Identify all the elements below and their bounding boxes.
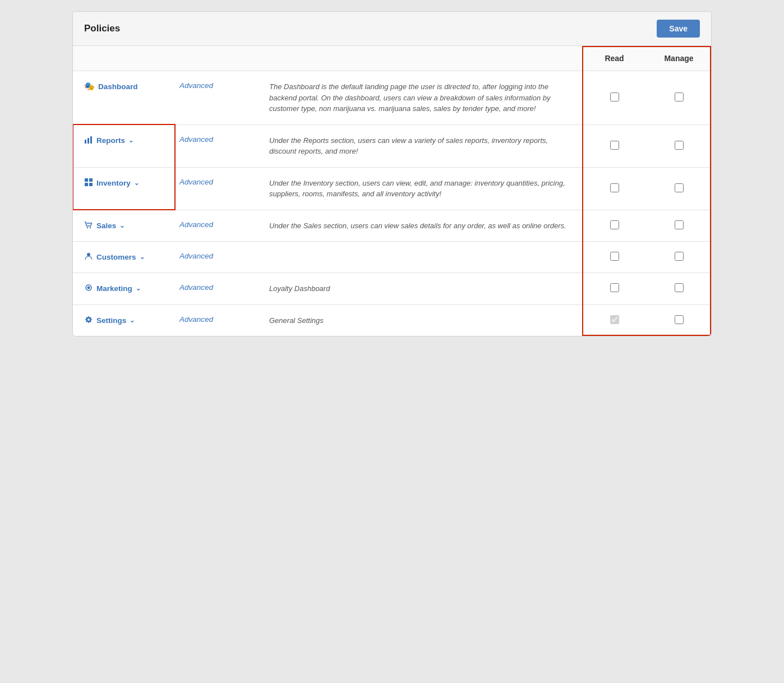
svg-point-9 [87,253,90,256]
svg-rect-0 [85,140,86,144]
marketing-read-checkbox[interactable] [610,283,619,292]
marketing-chevron-icon[interactable]: ⌄ [136,285,141,292]
table-row: Customers⌄Advanced [73,242,711,273]
col-header-name [73,46,174,71]
row-name-sales[interactable]: Sales⌄ [73,210,174,242]
customers-icon [84,252,93,262]
marketing-label: Marketing [96,284,132,293]
dashboard-read-checkbox[interactable] [610,93,619,101]
dashboard-advanced[interactable]: Advanced [174,71,264,125]
inventory-chevron-icon[interactable]: ⌄ [134,179,139,187]
row-name-dashboard[interactable]: 🎭Dashboard [73,71,174,125]
svg-rect-3 [85,178,88,182]
dashboard-icon: 🎭 [84,81,95,91]
inventory-read-cell [582,167,647,210]
inventory-advanced[interactable]: Advanced [174,167,264,210]
reports-manage-checkbox[interactable] [675,141,684,150]
table-row: Reports⌄AdvancedUnder the Reports sectio… [73,124,711,167]
sales-description: Under the Sales section, users can view … [264,210,582,242]
sales-advanced[interactable]: Advanced [174,210,264,242]
col-header-manage: Manage [647,46,711,71]
customers-manage-checkbox[interactable] [675,252,684,261]
table-header-row: Read Manage [73,46,711,71]
customers-advanced[interactable]: Advanced [174,242,264,273]
col-header-desc [264,46,582,71]
customers-read-cell [582,242,647,273]
settings-icon [84,315,93,326]
panel-title: Policies [84,23,120,34]
settings-description: General Settings [264,304,582,336]
dashboard-read-cell [582,71,647,125]
customers-label: Customers [96,253,136,261]
panel-header: Policies Save [73,12,711,46]
svg-rect-6 [89,183,93,186]
reports-manage-cell [647,124,711,167]
inventory-manage-cell [647,167,711,210]
svg-rect-1 [87,138,89,144]
reports-read-checkbox[interactable] [610,141,619,150]
settings-manage-checkbox[interactable] [675,315,684,324]
reports-label: Reports [96,136,125,145]
row-name-customers[interactable]: Customers⌄ [73,242,174,273]
settings-read-checkbox[interactable] [610,315,619,324]
inventory-label: Inventory [96,179,131,187]
svg-point-11 [87,287,90,289]
table-row: Settings⌄AdvancedGeneral Settings [73,304,711,336]
settings-advanced[interactable]: Advanced [174,304,264,336]
inventory-description: Under the Inventory section, users can v… [264,167,582,210]
sales-read-cell [582,210,647,242]
table-row: Inventory⌄AdvancedUnder the Inventory se… [73,167,711,210]
col-header-advanced [174,46,264,71]
reports-description: Under the Reports section, users can vie… [264,124,582,167]
table-row: 🎭DashboardAdvancedThe Dashboard is the d… [73,71,711,125]
dashboard-label: Dashboard [98,82,138,91]
sales-label: Sales [96,221,116,230]
customers-chevron-icon[interactable]: ⌄ [140,253,145,261]
reports-advanced[interactable]: Advanced [174,124,264,167]
table-row: Sales⌄AdvancedUnder the Sales section, u… [73,210,711,242]
settings-chevron-icon[interactable]: ⌄ [130,317,135,324]
svg-rect-5 [85,183,88,186]
reports-read-cell [582,124,647,167]
sales-manage-cell [647,210,711,242]
dashboard-manage-cell [647,71,711,125]
row-name-marketing[interactable]: Marketing⌄ [73,273,174,305]
svg-rect-4 [89,178,93,182]
permissions-table-wrapper: Read Manage 🎭DashboardAdvancedThe Dashbo… [73,46,711,336]
inventory-manage-checkbox[interactable] [675,183,684,192]
marketing-manage-checkbox[interactable] [675,283,684,292]
row-name-inventory[interactable]: Inventory⌄ [73,167,174,210]
save-button[interactable]: Save [657,20,700,38]
marketing-description: Loyalty Dashboard [264,273,582,305]
customers-read-checkbox[interactable] [610,252,619,261]
settings-read-cell [582,304,647,336]
sales-read-checkbox[interactable] [610,220,619,229]
permissions-table: Read Manage 🎭DashboardAdvancedThe Dashbo… [73,46,711,336]
marketing-manage-cell [647,273,711,305]
customers-description [264,242,582,273]
marketing-advanced[interactable]: Advanced [174,273,264,305]
sales-manage-checkbox[interactable] [675,220,684,229]
marketing-read-cell [582,273,647,305]
row-name-reports[interactable]: Reports⌄ [73,124,174,167]
sales-icon [84,220,93,231]
inventory-icon [84,178,93,188]
inventory-read-checkbox[interactable] [610,183,619,192]
marketing-icon [84,283,93,294]
reports-icon [84,135,93,146]
customers-manage-cell [647,242,711,273]
dashboard-description: The Dashboard is the default landing pag… [264,71,582,125]
settings-manage-cell [647,304,711,336]
reports-chevron-icon[interactable]: ⌄ [128,137,133,144]
col-header-read: Read [582,46,647,71]
table-row: Marketing⌄AdvancedLoyalty Dashboard [73,273,711,305]
sales-chevron-icon[interactable]: ⌄ [119,222,124,229]
row-name-settings[interactable]: Settings⌄ [73,304,174,336]
policies-panel: Policies Save Read Manage 🎭DashboardAdva… [72,11,712,336]
svg-rect-2 [90,136,92,144]
svg-point-7 [87,227,88,228]
settings-label: Settings [96,316,126,325]
dashboard-manage-checkbox[interactable] [675,93,684,101]
svg-point-8 [90,227,91,228]
